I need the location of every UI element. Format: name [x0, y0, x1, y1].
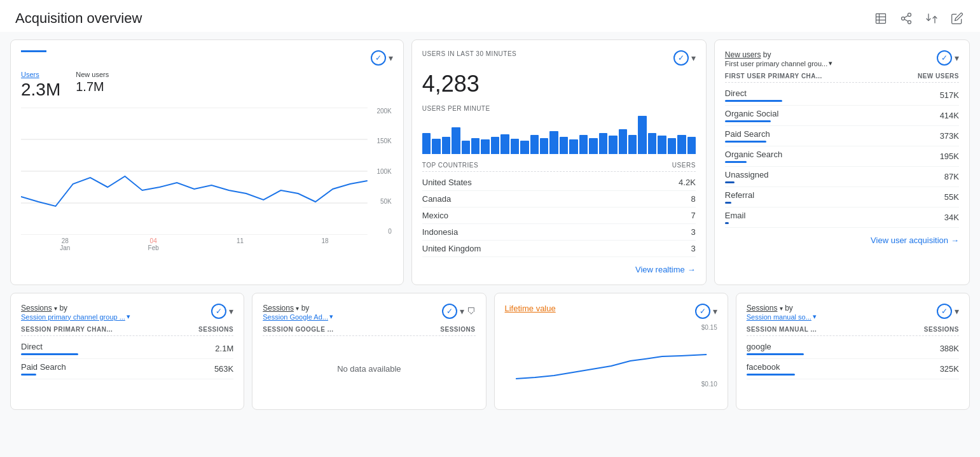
sessions-manual-check[interactable]: ✓ — [937, 304, 952, 319]
sessions-channel-card: Sessions ▾ by Session primary channel gr… — [10, 293, 244, 410]
countries-header: TOP COUNTRIES USERS — [422, 162, 696, 172]
bar-25 — [658, 136, 666, 154]
new-users-controls: ✓ ▾ — [937, 50, 959, 66]
table-icon[interactable] — [873, 11, 888, 26]
compare-icon[interactable] — [924, 11, 939, 26]
lifetime-dropdown[interactable]: ▾ — [713, 306, 717, 316]
realtime-controls: ✓ ▾ — [673, 50, 696, 66]
sessions-channel-down[interactable]: ▾ — [127, 313, 130, 321]
sessions-direct-value: 2.1M — [215, 344, 233, 353]
country-row-5: United Kingdom 3 — [422, 241, 696, 257]
channel-value-direct: 517K — [940, 90, 959, 100]
new-users-title-group: New users by First user primary channel … — [725, 50, 937, 67]
lifetime-title[interactable]: Lifetime value — [505, 304, 695, 313]
line-chart-area: 200K 150K 100K 50K 0 — [21, 108, 393, 235]
y-0: 0 — [376, 228, 391, 235]
sessions-manual-header: Sessions ▾ by Session manual so... ▾ ✓ ▾ — [747, 304, 959, 321]
sessions-channel-list-header: SESSION PRIMARY CHAN... SESSIONS — [21, 326, 233, 336]
channel-row-unassigned: Unassigned 87K — [725, 167, 959, 187]
lifetime-title-group: Lifetime value — [505, 304, 695, 313]
edit-icon[interactable] — [949, 11, 965, 26]
acquisition-arrow-icon: → — [951, 236, 959, 245]
x-label-28: 28Jan — [60, 237, 70, 251]
sessions-manual-list-header: SESSION MANUAL ... SESSIONS — [747, 326, 959, 336]
sessions-channel-check[interactable]: ✓ — [211, 304, 226, 319]
arrow-icon: → — [687, 265, 696, 274]
bar-4 — [452, 127, 460, 154]
top-row: ✓ ▾ Users 2.3M New users 1.7M 200K 150K — [10, 39, 970, 285]
lifetime-y-top: $0.15 — [701, 324, 717, 331]
channel-bar-paid-search — [725, 141, 766, 143]
lifetime-header: Lifetime value ✓ ▾ — [505, 304, 717, 319]
y-50k: 50K — [376, 198, 391, 205]
view-acquisition-link[interactable]: View user acquisition → — [725, 236, 959, 245]
sessions-google-card: Sessions ▾ by Session Google Ad... ▾ ✓ ▾… — [252, 293, 486, 410]
sessions-manual-title-group: Sessions ▾ by Session manual so... ▾ — [747, 304, 937, 321]
sessions-manual-dropdown[interactable]: ▾ — [955, 306, 959, 316]
channel-name-paid-search: Paid Search — [725, 129, 770, 143]
channel-name-referral: Referral — [725, 190, 754, 204]
realtime-card-header: USERS IN LAST 30 MINUTES ✓ ▾ — [422, 50, 696, 66]
sessions-link-2[interactable]: Sessions — [263, 304, 294, 313]
bar-23 — [638, 116, 646, 154]
sessions-channel-row-paid-search: Paid Search 563K — [21, 359, 233, 379]
sessions-direct-name: Direct — [21, 342, 78, 355]
sessions-paid-search-value: 563K — [214, 364, 233, 374]
lifetime-chart: $0.15 $0.10 — [505, 324, 717, 388]
channel-value-paid-search: 373K — [940, 131, 959, 141]
bar-1 — [422, 133, 431, 154]
lifetime-check[interactable]: ✓ — [695, 304, 710, 319]
channel-bar-email — [725, 222, 729, 224]
users-check-icon[interactable]: ✓ — [371, 50, 386, 66]
new-users-dropdown[interactable]: ▾ — [955, 53, 959, 63]
sessions-google-controls: ✓ ▾ ⛉ — [442, 304, 476, 319]
share-icon[interactable] — [899, 11, 914, 26]
metric-users: Users 2.3M — [21, 71, 60, 100]
channel-row-email: Email 34K — [725, 207, 959, 228]
sessions-manual-subtitle-text[interactable]: Session manual so... — [747, 313, 811, 321]
sessions-link-3[interactable]: Sessions — [747, 304, 778, 313]
sessions-link-1[interactable]: Sessions — [21, 304, 52, 313]
users-30-value: 4,283 — [422, 71, 696, 97]
svg-line-7 — [904, 19, 908, 21]
sessions-manual-col-right: SESSIONS — [924, 326, 959, 333]
channel-row-referral: Referral 55K — [725, 187, 959, 207]
realtime-check-icon[interactable]: ✓ — [673, 50, 689, 66]
sessions-google-value: 388K — [940, 344, 959, 353]
users-label[interactable]: Users — [21, 71, 60, 78]
new-users-link[interactable]: New users — [725, 50, 761, 59]
users-card-controls: ✓ ▾ — [371, 50, 393, 66]
x-axis: 28Jan 04Feb 11 18 — [21, 237, 393, 251]
sessions-google-dropdown[interactable]: ▾ — [460, 306, 464, 316]
sessions-paid-search-bar — [21, 374, 36, 376]
view-realtime-link[interactable]: View realtime → — [422, 265, 696, 274]
sessions-google-check[interactable]: ✓ — [442, 304, 457, 319]
users-dropdown[interactable]: ▾ — [389, 53, 393, 63]
sessions-google-filter[interactable]: ⛉ — [467, 306, 476, 316]
new-users-channel-card: New users by First user primary channel … — [714, 39, 970, 285]
sessions-manual-down[interactable]: ▾ — [813, 313, 817, 321]
metric-new-users: New users 1.7M — [76, 71, 109, 100]
users-value: 2.3M — [21, 80, 60, 100]
sessions-channel-dropdown[interactable]: ▾ — [229, 306, 233, 316]
bar-13 — [540, 138, 548, 154]
sessions-channel-header: Sessions ▾ by Session primary channel gr… — [21, 304, 233, 321]
sessions-manual-card: Sessions ▾ by Session manual so... ▾ ✓ ▾… — [736, 293, 970, 410]
channel-value-unassigned: 87K — [944, 172, 959, 181]
sessions-google-subtitle-text[interactable]: Session Google Ad... — [263, 313, 328, 321]
sessions-google-name: google — [747, 342, 804, 355]
realtime-dropdown[interactable]: ▾ — [691, 53, 696, 63]
channel-value-organic-social: 414K — [940, 111, 959, 120]
bar-24 — [648, 133, 656, 154]
channel-bar-direct — [725, 100, 782, 102]
metrics-row: Users 2.3M New users 1.7M — [21, 71, 393, 100]
sessions-google-down[interactable]: ▾ — [329, 313, 333, 321]
sessions-channel-subtitle-text[interactable]: Session primary channel group ... — [21, 313, 125, 321]
new-users-check-icon[interactable]: ✓ — [937, 50, 952, 66]
line-chart-svg — [21, 108, 368, 235]
channel-dropdown-arrow[interactable]: ▾ — [829, 59, 832, 67]
svg-point-4 — [908, 13, 911, 17]
sessions-channel-title-group: Sessions ▾ by Session primary channel gr… — [21, 304, 211, 321]
channel-list-header: FIRST USER PRIMARY CHA... NEW USERS — [725, 73, 959, 83]
lifetime-svg — [505, 334, 717, 385]
